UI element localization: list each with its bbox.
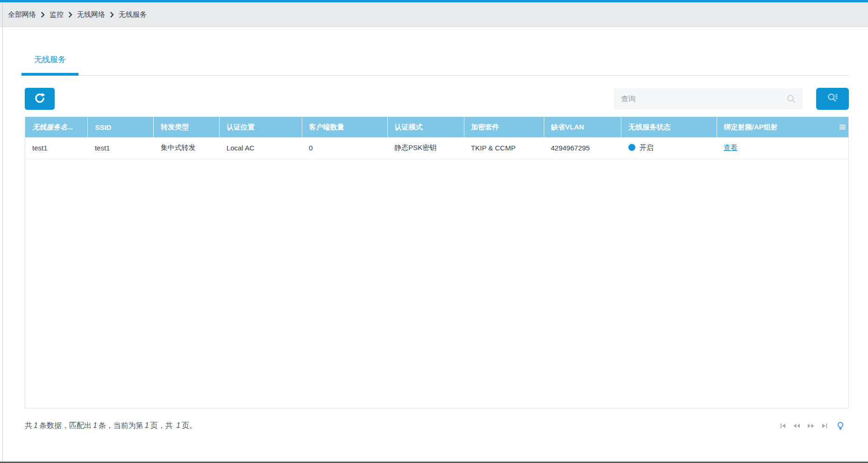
- first-page-button[interactable]: [780, 422, 787, 429]
- cell-client-count: 0: [302, 137, 387, 159]
- page-tip-lightbulb-icon[interactable]: [837, 422, 844, 430]
- chevron-right-icon: [41, 12, 45, 18]
- cell-default-vlan: 4294967295: [544, 137, 621, 159]
- app-window: 全部网络 监控 无线网络 无线服务 无线服务: [0, 0, 868, 463]
- pagination: [780, 422, 849, 430]
- column-header-service-status[interactable]: 无线服务状态: [621, 117, 717, 137]
- table-header-row: 无线服务名... SSID 转发类型 认证位置 客户端数量 认证模式 加密套件 …: [25, 117, 848, 137]
- record-summary: 共1条数据，匹配出1条，当前为第1页，共 1页。: [25, 421, 197, 431]
- column-header-forward-type[interactable]: 转发类型: [154, 117, 220, 137]
- column-header-cipher-suite[interactable]: 加密套件: [464, 117, 544, 137]
- search-area: [614, 88, 849, 110]
- tab-wireless-service[interactable]: 无线服务: [21, 54, 78, 76]
- advanced-search-icon: [826, 92, 839, 106]
- toolbar: [25, 88, 849, 110]
- wireless-service-table: 无线服务名... SSID 转发类型 认证位置 客户端数量 认证模式 加密套件 …: [25, 117, 849, 408]
- main-content: 无线服务: [0, 54, 868, 431]
- prev-page-button[interactable]: [793, 422, 801, 429]
- last-page-button[interactable]: [821, 422, 828, 429]
- advanced-search-button[interactable]: [816, 88, 849, 110]
- column-header-default-vlan[interactable]: 缺省VLAN: [544, 117, 621, 137]
- column-header-bound-radio[interactable]: 绑定射频/AP组射: [717, 117, 848, 137]
- column-header-client-count[interactable]: 客户端数量: [302, 117, 387, 137]
- breadcrumb-item-monitor[interactable]: 监控: [50, 10, 64, 19]
- refresh-button[interactable]: [25, 88, 55, 110]
- page-footer: 共1条数据，匹配出1条，当前为第1页，共 1页。: [25, 421, 849, 431]
- chevron-right-icon: [110, 12, 114, 18]
- view-link[interactable]: 查看: [724, 143, 738, 151]
- column-header-service-name[interactable]: 无线服务名...: [25, 117, 88, 137]
- cell-bound-radio: 查看: [717, 137, 848, 159]
- breadcrumb-item-wireless-service[interactable]: 无线服务: [119, 10, 147, 19]
- cell-ssid: test1: [88, 137, 154, 159]
- search-input[interactable]: [614, 88, 803, 110]
- column-header-auth-location[interactable]: 认证位置: [220, 117, 302, 137]
- refresh-icon: [33, 92, 46, 106]
- search-icon: [786, 94, 797, 106]
- cell-service-name: test1: [25, 137, 88, 159]
- search-box: [614, 88, 803, 110]
- status-label: 开启: [640, 143, 654, 151]
- breadcrumb: 全部网络 监控 无线网络 无线服务: [0, 2, 868, 27]
- status-on-dot: [628, 144, 635, 151]
- breadcrumb-item-wireless-network[interactable]: 无线网络: [77, 10, 105, 19]
- breadcrumb-item-all-networks[interactable]: 全部网络: [8, 10, 36, 19]
- chevron-right-icon: [68, 12, 72, 18]
- cell-cipher-suite: TKIP & CCMP: [464, 137, 544, 159]
- tab-bar: 无线服务: [25, 54, 849, 76]
- cell-auth-location: Local AC: [220, 137, 302, 159]
- next-page-button[interactable]: [807, 422, 815, 429]
- cell-auth-mode: 静态PSK密钥: [387, 137, 464, 159]
- column-header-ssid[interactable]: SSID: [88, 117, 154, 137]
- column-header-auth-mode[interactable]: 认证模式: [387, 117, 464, 137]
- table-row[interactable]: test1 test1 集中式转发 Local AC 0 静态PSK密钥 TKI…: [25, 137, 848, 159]
- left-window-edge: [2, 2, 3, 462]
- cell-forward-type: 集中式转发: [154, 137, 220, 159]
- column-settings-icon[interactable]: [839, 124, 846, 132]
- cell-service-status: 开启: [621, 137, 717, 159]
